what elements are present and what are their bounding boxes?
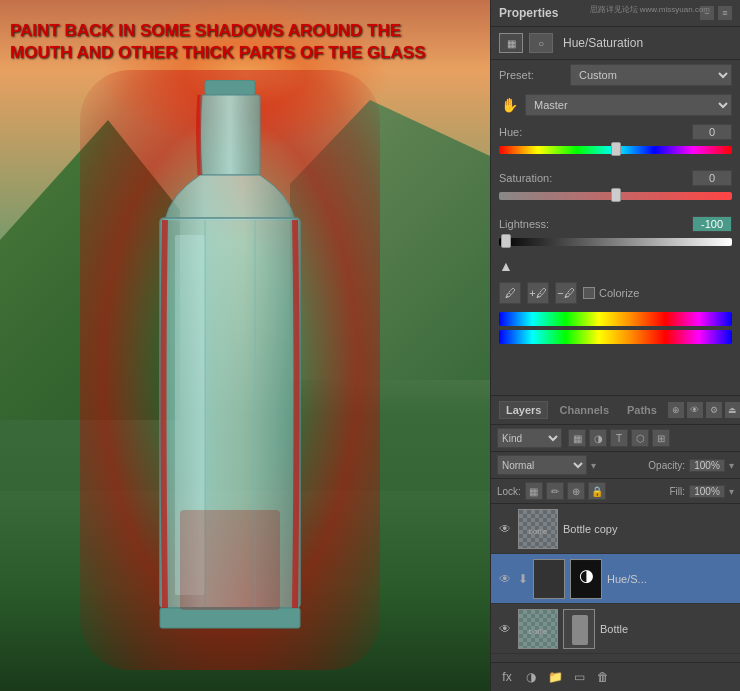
layer-bottle-mask bbox=[563, 609, 595, 649]
rainbow-bar bbox=[499, 312, 732, 326]
mode-btn-2[interactable]: ○ bbox=[529, 33, 553, 53]
colorize-check[interactable]: Colorize bbox=[583, 287, 639, 299]
layers-icon-2[interactable]: 👁 bbox=[687, 402, 703, 418]
canvas-area: PAINT BACK IN SOME SHADOWS AROUND THE MO… bbox=[0, 0, 490, 691]
tools-row: 🖊 +🖊 −🖊 Colorize bbox=[491, 278, 740, 308]
lock-all-btn[interactable]: 🔒 bbox=[588, 482, 606, 500]
tab-layers[interactable]: Layers bbox=[499, 401, 548, 419]
svg-rect-16 bbox=[572, 615, 588, 645]
new-layer-btn[interactable]: ▭ bbox=[569, 667, 589, 687]
tab-paths[interactable]: Paths bbox=[620, 401, 664, 419]
lightness-slider[interactable] bbox=[499, 234, 732, 248]
sub-sample-btn[interactable]: −🖊 bbox=[555, 282, 577, 304]
hue-sat-title: Hue/Saturation bbox=[563, 36, 643, 50]
kind-row: Kind ▦ ◑ T ⬡ ⊞ bbox=[491, 425, 740, 452]
folder-btn[interactable]: 📁 bbox=[545, 667, 565, 687]
layers-header-icons: ⊕ 👁 ⚙ ⏏ 🗑 ≡ bbox=[668, 402, 740, 418]
saturation-slider[interactable] bbox=[499, 188, 732, 202]
saturation-section: Saturation: 0 bbox=[491, 166, 740, 212]
eye-icon[interactable]: 👁 bbox=[497, 621, 513, 637]
instruction-text: PAINT BACK IN SOME SHADOWS AROUND THE MO… bbox=[10, 20, 470, 64]
svg-rect-6 bbox=[160, 608, 300, 628]
lock-position-btn[interactable]: ⊕ bbox=[567, 482, 585, 500]
layers-icon-4[interactable]: ⏏ bbox=[725, 402, 740, 418]
lock-label: Lock: bbox=[497, 486, 521, 497]
lightness-label: Lightness: bbox=[499, 218, 549, 230]
hue-value: 0 bbox=[692, 124, 732, 140]
blend-row: Normal Multiply Screen Overlay ▾ Opacity… bbox=[491, 452, 740, 479]
saturation-value: 0 bbox=[692, 170, 732, 186]
opacity-label: Opacity: bbox=[648, 460, 685, 471]
kind-type-icon[interactable]: T bbox=[610, 429, 628, 447]
lock-pixels-btn[interactable]: ✏ bbox=[546, 482, 564, 500]
lock-transparent-btn[interactable]: ▦ bbox=[525, 482, 543, 500]
colorize-checkbox[interactable] bbox=[583, 287, 595, 299]
properties-panel: Properties 思路详见论坛 www.missyuan.com − ≡ ▦… bbox=[490, 0, 740, 395]
layer-mask-thumb bbox=[533, 559, 565, 599]
preset-label: Preset: bbox=[499, 69, 564, 81]
layer-name-bottle: Bottle bbox=[600, 623, 734, 635]
eye-icon[interactable]: 👁 bbox=[497, 571, 513, 587]
layer-item[interactable]: 👁 ⬇ ◑ Hue/S... bbox=[491, 554, 740, 604]
lightness-arrow: ▲ bbox=[491, 258, 740, 278]
lightness-value: -100 bbox=[692, 216, 732, 232]
eye-icon[interactable]: 👁 bbox=[497, 521, 513, 537]
panel-header: Properties 思路详见论坛 www.missyuan.com − ≡ bbox=[491, 0, 740, 27]
layers-panel: Layers Channels Paths ⊕ 👁 ⚙ ⏏ 🗑 ≡ Kind ▦… bbox=[490, 395, 740, 691]
kind-select[interactable]: Kind bbox=[497, 428, 562, 448]
svg-text:bottle: bottle bbox=[529, 626, 548, 635]
preset-select[interactable]: Custom Default bbox=[570, 64, 732, 86]
channel-row: ✋ Master Reds Yellows Greens Cyans Blues… bbox=[491, 90, 740, 120]
layer-thumb-bottle-copy: bottle bbox=[518, 509, 558, 549]
fill-arrow[interactable]: ▾ bbox=[729, 486, 734, 497]
layer-scroll bbox=[726, 509, 734, 549]
delete-layer-btn[interactable]: 🗑 bbox=[593, 667, 613, 687]
tab-channels[interactable]: Channels bbox=[552, 401, 616, 419]
layer-item[interactable]: 👁 bottle Bottle copy bbox=[491, 504, 740, 554]
layers-icon-3[interactable]: ⚙ bbox=[706, 402, 722, 418]
add-sample-btn[interactable]: +🖊 bbox=[527, 282, 549, 304]
layer-name-bottle-copy: Bottle copy bbox=[563, 523, 721, 535]
fx-btn[interactable]: fx bbox=[497, 667, 517, 687]
layer-link-icon[interactable]: ⬇ bbox=[518, 572, 528, 586]
blend-arrow[interactable]: ▾ bbox=[591, 460, 596, 471]
channel-select[interactable]: Master Reds Yellows Greens Cyans Blues M… bbox=[525, 94, 732, 116]
opacity-value: 100% bbox=[689, 459, 725, 472]
kind-icons: ▦ ◑ T ⬡ ⊞ bbox=[568, 429, 670, 447]
bottle-svg bbox=[120, 80, 340, 650]
hue-label: Hue: bbox=[499, 126, 522, 138]
panel-title: Properties bbox=[499, 6, 558, 20]
saturation-label: Saturation: bbox=[499, 172, 552, 184]
fill-value: 100% bbox=[689, 485, 725, 498]
blend-select[interactable]: Normal Multiply Screen Overlay bbox=[497, 455, 587, 475]
mode-row: ▦ ○ Hue/Saturation bbox=[491, 27, 740, 60]
lock-row: Lock: ▦ ✏ ⊕ 🔒 Fill: 100% ▾ bbox=[491, 479, 740, 504]
hue-slider[interactable] bbox=[499, 142, 732, 156]
panel-menu-btn[interactable]: ≡ bbox=[718, 6, 732, 20]
layer-thumb-bottle: bottle bbox=[518, 609, 558, 649]
layers-bottom: fx ◑ 📁 ▭ 🗑 bbox=[491, 662, 740, 691]
svg-text:bottle: bottle bbox=[529, 526, 548, 535]
hue-section: Hue: 0 bbox=[491, 120, 740, 166]
eyedropper-btn[interactable]: 🖊 bbox=[499, 282, 521, 304]
kind-adjust-icon[interactable]: ◑ bbox=[589, 429, 607, 447]
colorize-label: Colorize bbox=[599, 287, 639, 299]
svg-rect-7 bbox=[180, 510, 280, 610]
watermark: 思路详见论坛 www.missyuan.com bbox=[590, 4, 710, 15]
layers-icon-1[interactable]: ⊕ bbox=[668, 402, 684, 418]
svg-rect-10 bbox=[534, 560, 565, 599]
lightness-section: Lightness: -100 bbox=[491, 212, 740, 258]
bottle-wrapper bbox=[100, 80, 360, 660]
svg-rect-0 bbox=[205, 80, 255, 95]
opacity-arrow[interactable]: ▾ bbox=[729, 460, 734, 471]
kind-shape-icon[interactable]: ⬡ bbox=[631, 429, 649, 447]
kind-smart-icon[interactable]: ⊞ bbox=[652, 429, 670, 447]
layer-hue-thumb: ◑ bbox=[570, 559, 602, 599]
kind-pixel-icon[interactable]: ▦ bbox=[568, 429, 586, 447]
circle-btn[interactable]: ◑ bbox=[521, 667, 541, 687]
layer-name-hue: Hue/S... bbox=[607, 573, 734, 585]
lock-icons: ▦ ✏ ⊕ 🔒 bbox=[525, 482, 606, 500]
svg-rect-1 bbox=[200, 95, 260, 175]
mode-btn-1[interactable]: ▦ bbox=[499, 33, 523, 53]
layer-item[interactable]: 👁 bottle Bottle bbox=[491, 604, 740, 654]
